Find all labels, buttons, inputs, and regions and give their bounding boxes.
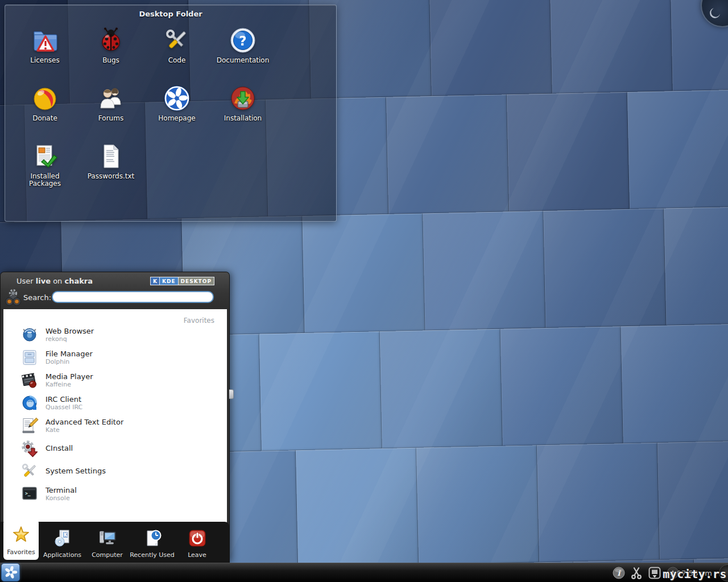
item-subtitle: Dolphin — [46, 358, 93, 365]
quassel-icon — [20, 394, 39, 413]
desktop-icon-installed-packages[interactable]: Installed Packages — [12, 143, 78, 201]
search-input[interactable] — [52, 291, 214, 303]
desktop-icon-label: Installed Packages — [15, 173, 75, 188]
help-question-icon: ? — [229, 27, 257, 54]
wallpaper-tile — [657, 440, 728, 559]
wallpaper-tile — [423, 211, 545, 330]
kaffeine-icon — [20, 371, 39, 390]
device-notifier-icon[interactable] — [648, 566, 661, 580]
wallpaper-tile — [550, 0, 673, 94]
kde-badge-text: KDE — [159, 277, 178, 285]
item-subtitle: Kaffeine — [46, 381, 93, 388]
donate-sphere-icon — [31, 85, 59, 112]
wallpaper-tile — [302, 213, 425, 332]
desktop-icon-label: Code — [168, 57, 186, 64]
desktop-icon-label: Passwords.txt — [88, 173, 135, 180]
tab-label: Computer — [92, 551, 123, 559]
item-subtitle: Konsole — [46, 494, 77, 502]
installation-flame-arrow-icon — [229, 85, 257, 112]
favorites-star-icon — [11, 526, 31, 547]
favorites-item-terminal[interactable]: >_ Terminal Konsole — [3, 483, 227, 505]
wallpaper-tile — [386, 94, 509, 214]
user-name: live — [36, 277, 51, 285]
tab-label: Recently Used — [130, 551, 175, 559]
desktop-icon-label: Installation — [224, 115, 262, 122]
kickoff-tab-bar: Favorites K Applications — [1, 522, 229, 563]
applications-box-icon: K — [53, 529, 72, 550]
bottom-panel: i — [0, 563, 728, 582]
desktop-icon-label: Bugs — [102, 57, 119, 64]
favorites-item-advanced-text-editor[interactable]: Advanced Text Editor Kate — [3, 414, 227, 437]
item-subtitle: Kate — [46, 426, 123, 434]
item-title: Web Browser — [46, 327, 94, 336]
desktop-icon-homepage[interactable]: Homepage — [144, 85, 210, 143]
desktop-icon-label: Forums — [98, 115, 123, 122]
desktop-icon-forums[interactable]: Forums — [78, 85, 144, 143]
favorites-item-media-player[interactable]: Media Player Kaffeine — [3, 369, 227, 392]
desktop-icon-donate[interactable]: Donate — [12, 85, 78, 143]
desktop-icon-label: Homepage — [158, 115, 195, 122]
item-subtitle: rekonq — [46, 335, 94, 343]
host-name: chakra — [64, 277, 93, 285]
wallpaper-tile — [537, 443, 660, 562]
wallpaper-tile — [507, 92, 630, 211]
system-settings-icon — [20, 462, 39, 481]
tab-leave[interactable]: Leave — [175, 522, 220, 563]
desktop-icon-licenses[interactable]: Licenses — [12, 27, 78, 85]
wallpaper-tile — [416, 445, 539, 564]
desktop-icon-label: Documentation — [217, 57, 270, 64]
desktop-icon-installation[interactable]: Installation — [210, 85, 276, 143]
desktop-icon-documentation[interactable]: ? Documentation — [210, 27, 276, 85]
cashew-crescent-icon — [710, 7, 722, 19]
favorites-section-header: Favorites — [184, 317, 214, 325]
wallpaper-tile — [500, 326, 623, 446]
favorites-list: Favorites Web Browser rekonq — [3, 309, 227, 522]
search-binoculars-icon — [4, 289, 22, 309]
item-title: Media Player — [46, 372, 93, 381]
kate-icon — [20, 417, 39, 435]
desktop-badge-text: DESKTOP — [178, 277, 214, 285]
computer-icon — [98, 529, 117, 550]
widget-resize-handle[interactable] — [229, 389, 234, 399]
item-title: CInstall — [46, 444, 73, 453]
tab-label: Favorites — [7, 548, 35, 556]
tab-favorites[interactable]: Favorites — [3, 519, 39, 560]
favorites-item-cinstall[interactable]: CInstall — [3, 437, 227, 460]
wallpaper-tile — [664, 206, 728, 325]
svg-text:K: K — [63, 533, 67, 538]
people-icon — [97, 85, 125, 112]
svg-text:?: ? — [239, 34, 246, 48]
wallpaper-tile — [429, 0, 552, 96]
notifications-info-icon[interactable]: i — [613, 567, 625, 579]
ladybug-icon — [97, 27, 125, 54]
desktop-icon-bugs[interactable]: Bugs — [78, 27, 144, 85]
favorites-item-irc-client[interactable]: IRC Client Quassel IRC — [3, 392, 227, 414]
item-title: Advanced Text Editor — [46, 418, 123, 427]
kde-desktop-badge: K KDE DESKTOP — [150, 277, 214, 285]
desktop-icon-code[interactable]: Code — [144, 27, 210, 85]
text-file-icon — [97, 143, 125, 170]
item-title: File Manager — [46, 350, 93, 359]
kickoff-user-line: User live on chakra — [16, 277, 93, 285]
favorites-item-web-browser[interactable]: Web Browser rekonq — [3, 323, 227, 346]
licenses-folder-warning-icon — [31, 27, 59, 54]
favorites-item-file-manager[interactable]: File Manager Dolphin — [3, 346, 227, 369]
desktop-icon-passwords-txt[interactable]: Passwords.txt — [78, 143, 144, 201]
search-label: Search: — [23, 293, 51, 302]
application-launcher-button[interactable] — [1, 563, 20, 581]
klipper-scissors-icon[interactable] — [630, 567, 643, 579]
svg-text:>_: >_ — [25, 491, 31, 496]
desktop-icon-grid: Licenses — [5, 18, 336, 201]
chakra-pinwheel-icon — [3, 565, 18, 580]
tab-recently-used[interactable]: Recently Used — [130, 522, 175, 563]
kde-logo-icon: K — [151, 277, 159, 285]
tab-computer[interactable]: Computer — [85, 522, 130, 563]
desktop: Desktop Folder Licenses — [0, 0, 728, 582]
tab-label: Leave — [188, 551, 206, 559]
watermark-text: mycity.rs — [663, 567, 727, 581]
recent-document-clock-icon — [143, 529, 162, 550]
document-checkmark-icon — [31, 143, 59, 170]
favorites-item-system-settings[interactable]: System Settings — [3, 460, 227, 483]
tab-applications[interactable]: K Applications — [40, 522, 85, 563]
desktop-folder-title: Desktop Folder — [5, 5, 336, 18]
